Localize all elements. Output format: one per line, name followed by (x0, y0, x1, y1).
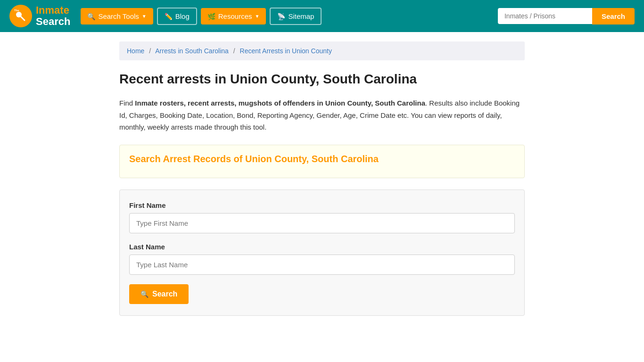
search-tools-icon (87, 12, 95, 20)
sitemap-button[interactable]: Sitemap (270, 8, 322, 25)
last-name-group: Last Name (129, 243, 515, 275)
header-search-input[interactable] (498, 8, 592, 24)
blog-button[interactable]: Blog (157, 8, 197, 25)
last-name-input[interactable] (129, 255, 515, 275)
header-search-button[interactable]: Search (592, 8, 635, 25)
site-header: The Inmate Search Search Tools ▼ Blog Re… (0, 0, 644, 32)
search-section-title: Search Arrest Records of Union County, S… (129, 154, 515, 165)
last-name-label: Last Name (129, 243, 515, 251)
header-search-area: Search (498, 8, 635, 25)
first-name-label: First Name (129, 201, 515, 209)
resources-icon (207, 12, 215, 20)
chevron-down-icon: ▼ (142, 14, 147, 19)
search-form: First Name Last Name Search (119, 189, 525, 316)
logo-icon: The (9, 5, 32, 27)
main-content: Home / Arrests in South Carolina / Recen… (110, 32, 534, 325)
search-submit-button[interactable]: Search (129, 284, 189, 304)
breadcrumb-home[interactable]: Home (127, 47, 144, 55)
logo-text: Inmate Search (36, 5, 70, 27)
breadcrumb: Home / Arrests in South Carolina / Recen… (119, 41, 525, 60)
breadcrumb-recent-union[interactable]: Recent Arrests in Union County (240, 47, 332, 55)
svg-text:The: The (14, 9, 19, 12)
main-nav: Search Tools ▼ Blog Resources ▼ Sitemap (81, 8, 492, 25)
search-submit-icon (140, 290, 149, 298)
resources-button[interactable]: Resources ▼ (201, 8, 266, 25)
logo[interactable]: The Inmate Search (9, 5, 70, 27)
page-description: Find Inmate rosters, recent arrests, mug… (119, 97, 525, 133)
chevron-down-icon-2: ▼ (255, 14, 259, 19)
first-name-input[interactable] (129, 213, 515, 233)
blog-icon (165, 12, 173, 20)
breadcrumb-arrests-sc[interactable]: Arrests in South Carolina (155, 47, 229, 55)
page-title: Recent arrests in Union County, South Ca… (119, 72, 525, 87)
sitemap-icon (277, 12, 285, 20)
search-section: Search Arrest Records of Union County, S… (119, 145, 525, 178)
search-tools-button[interactable]: Search Tools ▼ (81, 8, 153, 25)
first-name-group: First Name (129, 201, 515, 233)
